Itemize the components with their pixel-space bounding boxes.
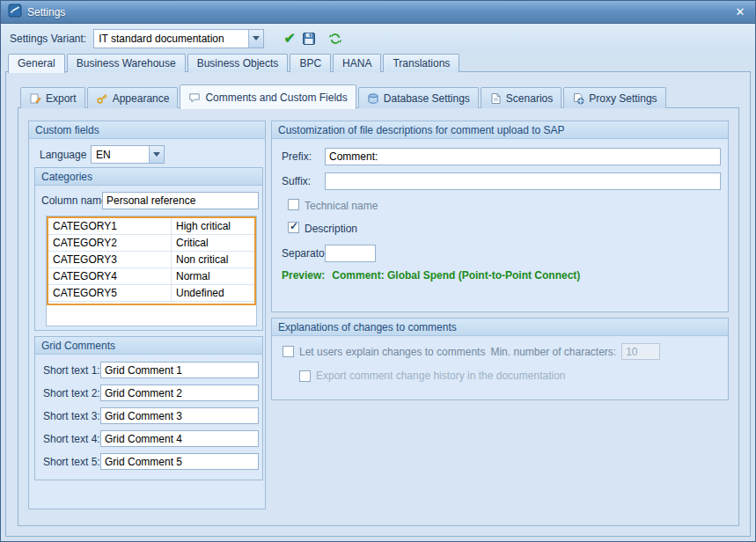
sub-tab-strip: Export Appearance Comments and Custom Fi… (20, 83, 668, 108)
separator-input[interactable] (325, 245, 376, 262)
language-label: Language (40, 149, 86, 161)
subtab-comments-label: Comments and Custom Fields (205, 92, 347, 104)
subtab-scenarios[interactable]: Scenarios (481, 87, 561, 108)
subtab-appearance[interactable]: Appearance (87, 87, 179, 108)
close-icon[interactable]: ✕ (732, 5, 748, 18)
subtab-scenarios-label: Scenarios (506, 92, 553, 105)
table-row[interactable]: CATEGORY2 Critical (48, 235, 254, 252)
document-icon (489, 92, 502, 105)
category-key-cell[interactable]: CATEGORY2 (48, 235, 172, 251)
column-name-input[interactable] (102, 192, 259, 209)
table-row[interactable]: CATEGORY3 Non critical (48, 252, 254, 268)
let-users-row: Let users explain changes to comments Mi… (283, 343, 660, 360)
grid-comments-group: Grid Comments Short text 1: Short text 2… (34, 336, 263, 480)
prefix-input[interactable] (325, 148, 721, 165)
table-row[interactable]: CATEGORY1 High critical (48, 218, 254, 235)
short-text-5-input[interactable] (100, 453, 259, 470)
category-key-cell[interactable]: CATEGORY1 (48, 218, 172, 234)
variant-label: Settings Variant: (10, 33, 86, 45)
subtab-export[interactable]: Export (20, 87, 85, 108)
settings-window: Settings ✕ Settings Variant: IT standard… (0, 0, 756, 542)
export-history-checkbox[interactable] (299, 370, 311, 382)
refresh-icon (328, 32, 342, 46)
comments-custom-fields-panel: Custom fields Language EN Categories Col… (18, 107, 739, 526)
appearance-icon (96, 92, 108, 105)
short-text-3-label: Short text 3: (43, 410, 100, 422)
short-text-1-input[interactable] (100, 362, 259, 378)
proxy-globe-icon (572, 92, 584, 105)
export-history-row: Export comment change history in the doc… (299, 370, 566, 382)
description-label: Description (305, 223, 357, 235)
variant-value: IT standard documentation (94, 30, 248, 48)
min-chars-input[interactable] (621, 343, 660, 360)
suffix-label: Suffix: (282, 175, 311, 187)
let-users-checkbox[interactable] (283, 346, 294, 357)
custom-fields-group-header: Custom fields (29, 121, 265, 139)
language-combobox[interactable]: EN (91, 145, 165, 164)
explanations-group: Explanations of changes to comments Let … (271, 318, 729, 400)
file-descriptions-group-header: Customization of file descriptions for c… (272, 121, 728, 139)
refresh-button[interactable] (326, 29, 345, 48)
title-bar[interactable]: Settings ✕ (1, 1, 755, 24)
language-value: EN (92, 146, 149, 163)
tab-hana[interactable]: HANA (333, 54, 381, 72)
table-row[interactable]: CATEGORY4 Normal (48, 268, 254, 285)
category-value-cell[interactable]: Normal (172, 268, 254, 284)
categories-table-highlight: CATEGORY1 High critical CATEGORY2 Critic… (47, 216, 256, 305)
apply-button[interactable]: ✔ (280, 29, 299, 48)
category-value-cell[interactable]: High critical (172, 218, 254, 234)
subtab-appearance-label: Appearance (113, 92, 170, 105)
categories-group: Categories Column name: CATEGORY1 High c… (34, 167, 263, 331)
tab-business-warehouse[interactable]: Business Warehouse (67, 54, 186, 72)
min-chars-label: Min. number of characters: (490, 346, 616, 358)
database-icon (367, 92, 379, 105)
short-text-3-input[interactable] (100, 407, 259, 424)
table-row[interactable]: CATEGORY5 Undefined (48, 285, 254, 302)
subtab-proxy-settings[interactable]: Proxy Settings (563, 87, 665, 108)
separator-label: Separator: (282, 247, 331, 260)
preview-label: Preview: (282, 269, 325, 282)
short-text-4-label: Short text 4: (43, 433, 100, 445)
tab-translations[interactable]: Translations (383, 54, 459, 72)
export-icon (29, 92, 41, 105)
window-title: Settings (27, 6, 65, 18)
prefix-label: Prefix: (282, 150, 312, 163)
save-button[interactable] (299, 29, 319, 48)
preview-line: Preview: Comment: Global Spend (Point-to… (282, 269, 580, 282)
category-key-cell[interactable]: CATEGORY4 (48, 268, 172, 284)
categories-group-header: Categories (35, 168, 262, 186)
app-icon (8, 4, 22, 20)
file-descriptions-group: Customization of file descriptions for c… (271, 121, 729, 312)
category-value-cell[interactable]: Non critical (172, 252, 254, 267)
let-users-label: Let users explain changes to comments (299, 346, 485, 358)
categories-table[interactable]: CATEGORY1 High critical CATEGORY2 Critic… (46, 216, 257, 326)
subtab-database-label: Database Settings (384, 92, 470, 105)
category-value-cell[interactable]: Undefined (172, 285, 254, 301)
settings-variant-combobox[interactable]: IT standard documentation (93, 29, 264, 48)
main-tab-strip: General Business Warehouse Business Obje… (8, 53, 461, 72)
suffix-input[interactable] (325, 172, 721, 190)
chevron-down-icon[interactable] (149, 146, 164, 163)
tab-business-objects[interactable]: Business Objects (187, 54, 289, 72)
chevron-down-icon[interactable] (248, 30, 263, 48)
explanations-group-header: Explanations of changes to comments (272, 319, 728, 336)
subtab-comments-custom-fields[interactable]: Comments and Custom Fields (180, 84, 356, 109)
subtab-database-settings[interactable]: Database Settings (358, 87, 479, 108)
short-text-2-label: Short text 2: (43, 387, 100, 399)
short-text-4-input[interactable] (100, 430, 259, 447)
preview-value: Comment: Global Spend (Point-to-Point Co… (332, 269, 580, 282)
tab-general[interactable]: General (8, 54, 65, 73)
grid-comments-group-header: Grid Comments (35, 337, 262, 355)
subtab-proxy-label: Proxy Settings (589, 92, 657, 105)
tab-bpc[interactable]: BPC (290, 54, 331, 72)
short-text-1-label: Short text 1: (43, 364, 100, 377)
category-key-cell[interactable]: CATEGORY3 (48, 252, 172, 267)
export-history-label: Export comment change history in the doc… (316, 370, 566, 382)
description-checkbox[interactable] (288, 222, 299, 233)
short-text-2-input[interactable] (100, 385, 259, 401)
category-value-cell[interactable]: Critical (172, 235, 254, 251)
category-key-cell[interactable]: CATEGORY5 (48, 285, 172, 301)
save-icon (302, 32, 316, 46)
technical-name-checkbox[interactable] (288, 199, 299, 210)
column-name-label: Column name: (41, 194, 110, 207)
